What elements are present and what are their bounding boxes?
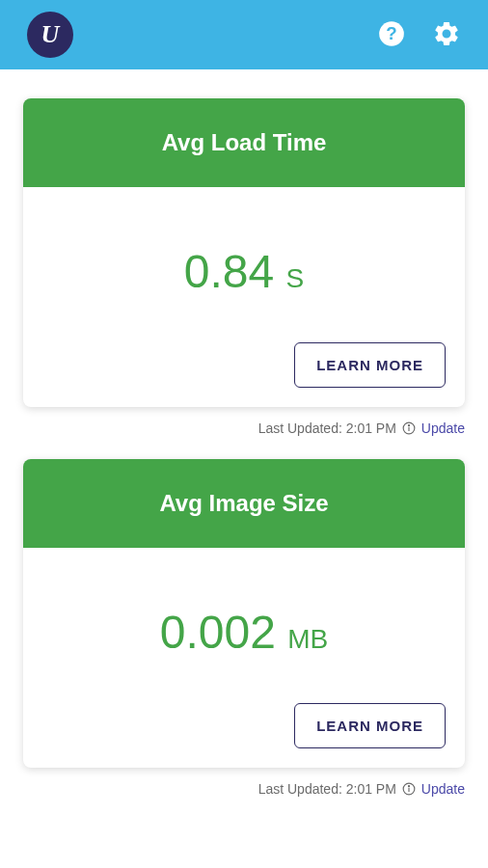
main-content: Avg Load Time 0.84 S LEARN MORE Last Upd… bbox=[0, 69, 488, 820]
svg-point-7 bbox=[408, 786, 409, 787]
info-icon bbox=[402, 782, 416, 796]
update-link[interactable]: Update bbox=[421, 420, 465, 436]
learn-more-button[interactable]: LEARN MORE bbox=[294, 342, 446, 388]
help-icon: ? bbox=[378, 20, 405, 50]
help-button[interactable]: ? bbox=[378, 20, 405, 50]
card-title: Avg Load Time bbox=[23, 98, 465, 187]
logo-text: U bbox=[41, 20, 60, 49]
card-meta: Last Updated: 2:01 PM Update bbox=[23, 419, 465, 459]
app-logo[interactable]: U bbox=[27, 12, 73, 58]
metric-unit: MB bbox=[287, 624, 328, 654]
app-header: U ? bbox=[0, 0, 488, 69]
card-title: Avg Image Size bbox=[23, 459, 465, 548]
gear-icon bbox=[432, 19, 461, 51]
info-icon bbox=[402, 421, 416, 435]
metric-value: 0.84 bbox=[184, 246, 274, 297]
settings-button[interactable] bbox=[432, 19, 461, 51]
card-image-size: Avg Image Size 0.002 MB LEARN MORE bbox=[23, 459, 465, 768]
metric-value: 0.002 bbox=[160, 607, 276, 658]
svg-text:?: ? bbox=[386, 22, 396, 42]
card-footer: LEARN MORE bbox=[23, 688, 465, 768]
card-footer: LEARN MORE bbox=[23, 327, 465, 407]
last-updated-text: Last Updated: 2:01 PM bbox=[258, 420, 396, 436]
card-meta: Last Updated: 2:01 PM Update bbox=[23, 779, 465, 820]
card-body: 0.84 S bbox=[23, 187, 465, 327]
learn-more-button[interactable]: LEARN MORE bbox=[294, 703, 446, 748]
last-updated-text: Last Updated: 2:01 PM bbox=[258, 781, 396, 797]
svg-point-4 bbox=[408, 425, 409, 426]
update-link[interactable]: Update bbox=[421, 781, 465, 797]
card-body: 0.002 MB bbox=[23, 548, 465, 688]
metric-unit: S bbox=[286, 263, 305, 293]
card-load-time: Avg Load Time 0.84 S LEARN MORE bbox=[23, 98, 465, 407]
header-actions: ? bbox=[378, 19, 461, 51]
